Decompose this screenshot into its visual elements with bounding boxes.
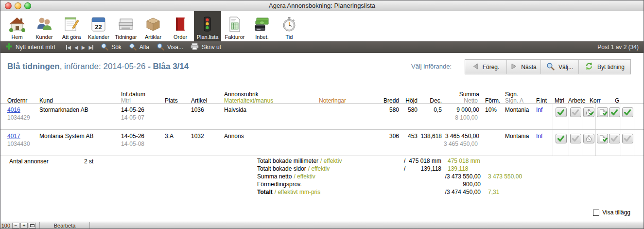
customer-name: Montania System AB xyxy=(39,133,120,140)
window-controls xyxy=(5,2,31,9)
toolbar-item-label: Order xyxy=(174,34,187,40)
new-internal-material-button[interactable]: Nytt internt mtrl xyxy=(5,43,55,52)
show-addons-checkbox[interactable] xyxy=(593,210,599,216)
grand-total-value: /3 474 450,00 xyxy=(404,189,481,195)
width-value: 580 xyxy=(376,106,399,113)
switch-newspaper-button[interactable]: Byt tidning xyxy=(578,60,630,74)
zoom-in-button[interactable]: + xyxy=(20,223,28,229)
toolbar-item-artiklar[interactable]: Artiklar xyxy=(139,11,167,41)
totals-divider xyxy=(0,156,644,156)
toolbar-item-tid[interactable]: Tid xyxy=(276,11,303,41)
ad-count-value: 2 st xyxy=(84,158,93,165)
toolbar-item-kalender[interactable]: 22 Kalender xyxy=(85,11,112,41)
last-record-button[interactable]: ▶ xyxy=(88,45,93,50)
sum-value: 3 465 450,00 xyxy=(432,133,479,140)
show-addons-label: Visa tillägg xyxy=(602,209,630,216)
net-value: 8 100,00 xyxy=(432,114,478,121)
net-sum-value: /3 473 550,00 xyxy=(404,173,481,180)
customers-icon xyxy=(35,15,53,34)
order-number-link[interactable]: 4016 xyxy=(7,106,20,113)
totals-row: Summa netto/ effektiv /3 473 550,00 3 47… xyxy=(257,173,522,180)
check-overlay-icon xyxy=(603,110,608,117)
toolbar-item-hem[interactable]: Hem xyxy=(3,11,31,41)
column-header-infdatum[interactable]: Inf.datum xyxy=(121,91,163,98)
zoom-button[interactable] xyxy=(24,2,31,9)
show-all-button[interactable]: Alla xyxy=(129,43,149,52)
titlebar: Agera Annonsbokning: Planeringslista xyxy=(0,0,644,11)
toolbar-item-label: Fakturor xyxy=(225,34,245,40)
toolbar-item-label: Inbet. xyxy=(255,34,269,40)
effective-mm-value: 475 018 mm xyxy=(448,158,480,164)
signature: Montania xyxy=(505,106,535,113)
arbete-status-button[interactable] xyxy=(570,107,581,117)
toolbar-item-fakturor[interactable]: Fakturor xyxy=(221,11,248,41)
order-number-link[interactable]: 4017 xyxy=(7,133,20,140)
korr-status-button[interactable] xyxy=(609,107,620,117)
toolbar-item-inbet[interactable]: Inbet. xyxy=(248,11,276,41)
totals-row: Förmedlingsprov. 900,00 xyxy=(257,181,488,188)
previous-record-button[interactable]: ◀ xyxy=(74,45,78,50)
totals-row: Totalt bokade sidor/ effektiv /139,118 1… xyxy=(257,165,469,172)
effective-pages-value: 139,118 xyxy=(448,165,469,172)
toolbar-item-kunder[interactable]: Kunder xyxy=(31,11,58,41)
table-row: 4017 1034430 Montania System AB 14-05-26… xyxy=(0,130,644,156)
g-status-button[interactable] xyxy=(622,134,633,143)
time-status-button[interactable] xyxy=(583,107,594,117)
column-header-summa[interactable]: Summa xyxy=(432,91,479,98)
sum-value: 9 000,00 xyxy=(432,106,479,113)
first-record-button[interactable]: ◀ xyxy=(66,45,71,50)
fint-link[interactable]: Inf xyxy=(536,133,542,140)
choose-insertion-button[interactable]: Välj... xyxy=(540,60,578,74)
article-number: 1036 xyxy=(191,106,222,113)
home-icon xyxy=(8,15,26,34)
search-button[interactable]: Sök xyxy=(101,43,122,52)
mtrl-status-button[interactable] xyxy=(556,107,567,117)
column-header-sign[interactable]: Sign. xyxy=(505,91,535,98)
record-navigation: ◀ ◀ ▶ ▶ xyxy=(66,45,93,50)
print-label: Skriv ut xyxy=(202,44,221,51)
next-insertion-button[interactable]: Nästa xyxy=(506,60,540,74)
toolbar-item-order[interactable]: Order xyxy=(167,11,194,41)
korr-document-button[interactable] xyxy=(597,107,608,117)
app-window: Agera Annonsbokning: Planeringslista Hem… xyxy=(0,0,644,229)
mtrl-status-button[interactable] xyxy=(556,134,567,143)
arbete-status-button[interactable] xyxy=(570,134,581,143)
status-toolbar-toggle-button[interactable] xyxy=(29,223,36,229)
divider xyxy=(39,222,40,229)
mode-selector[interactable]: Bearbeta xyxy=(42,223,87,229)
g-status-button[interactable] xyxy=(622,107,633,117)
fint-link[interactable]: Inf xyxy=(536,106,542,113)
arrow-left-icon xyxy=(472,63,479,71)
effective-net-sum-value: 3 473 550,00 xyxy=(488,173,522,180)
column-header-annonsrubrik[interactable]: Annonsrubrik xyxy=(224,91,317,98)
zoom-out-button[interactable]: − xyxy=(12,223,19,229)
table-row: 4016 1034429 Stormarknaden AB 14-05-26 1… xyxy=(0,104,644,129)
action-toolbar: Nytt internt mtrl ◀ ◀ ▶ ▶ Sök Alla Visa.… xyxy=(0,41,644,53)
toolbar-item-tidningar[interactable]: Tidningar xyxy=(112,11,139,41)
korr-document-button[interactable] xyxy=(597,134,608,143)
ad-headline: Halvsida xyxy=(224,106,317,113)
toolbar-item-att-gora[interactable]: Att göra xyxy=(58,11,85,41)
window-icon xyxy=(30,224,35,227)
select-insertion-label: Välj införande: xyxy=(411,63,452,70)
show-button[interactable]: Visa... xyxy=(157,43,183,52)
search-label: Sök xyxy=(111,44,122,51)
close-button[interactable] xyxy=(5,2,12,9)
search-icon xyxy=(101,43,108,52)
invoice-icon xyxy=(226,15,244,34)
toolbar-item-plan-lista[interactable]: Plan.lista xyxy=(194,11,221,41)
material-date: 14-05-08 xyxy=(121,141,163,147)
minimize-button[interactable] xyxy=(15,2,21,9)
print-button[interactable]: Skriv ut xyxy=(191,43,221,52)
time-status-button[interactable] xyxy=(583,134,594,143)
column-divider xyxy=(634,130,634,156)
publication-name: Blå tidningen xyxy=(7,62,60,71)
window-title: Agera Annonsbokning: Planeringslista xyxy=(0,0,644,11)
calendar-icon: 22 xyxy=(90,15,107,34)
next-record-button[interactable]: ▶ xyxy=(82,45,86,50)
record-counter: Post 1 av 2 (34) xyxy=(597,44,639,51)
previous-insertion-button[interactable]: Föreg. xyxy=(465,60,506,74)
korr-status-button[interactable] xyxy=(609,134,620,143)
box-icon xyxy=(144,15,162,34)
toolbar-item-label: Kunder xyxy=(35,34,52,40)
